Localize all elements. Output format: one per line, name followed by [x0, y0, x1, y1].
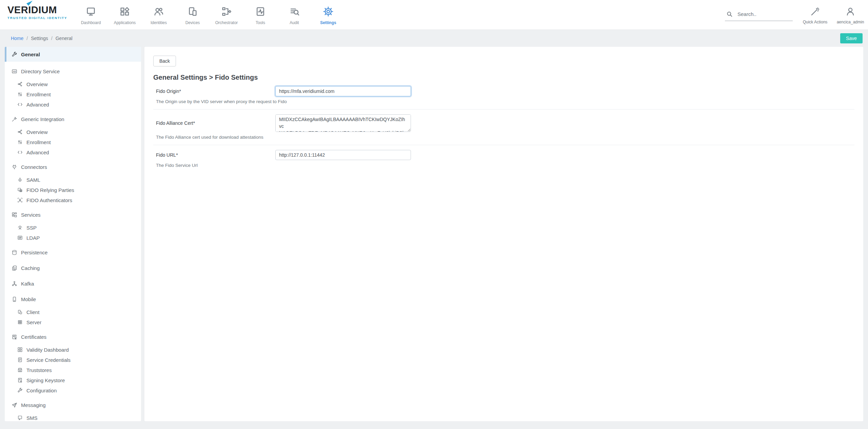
sidebar-item-caching[interactable]: Caching — [5, 262, 141, 274]
sidebar-item-connectors-saml[interactable]: SAML — [5, 175, 141, 185]
gear-icon — [323, 6, 333, 18]
breadcrumb-separator: / — [26, 36, 28, 41]
back-button[interactable]: Back — [153, 56, 176, 66]
fido-rp-icon — [17, 187, 23, 193]
wrench-icon — [17, 388, 23, 393]
nav-item-settings[interactable]: Settings — [311, 0, 345, 30]
sidebar-item-label: Directory Service — [21, 69, 60, 74]
sidebar-item-generic-integration-enrollment[interactable]: Enrollment — [5, 137, 141, 147]
sidebar-item-label: Messaging — [21, 402, 46, 408]
sidebar-item-label: Services — [21, 212, 41, 218]
fido-url-input[interactable] — [275, 150, 411, 160]
sidebar-item-generic-integration-overview[interactable]: Overview — [5, 127, 141, 137]
sidebar-item-mobile-server[interactable]: Server — [5, 317, 141, 327]
field-help-fido-origin: The Origin use by the VID server when pr… — [156, 99, 854, 104]
sidebar-group: CertificatesValidity DashboardService Cr… — [5, 331, 141, 395]
user-menu[interactable]: aencica_admin — [833, 0, 868, 30]
search-input[interactable] — [737, 11, 782, 17]
sidebar-item-certificates-service-credentials[interactable]: Service Credentials — [5, 355, 141, 365]
monitor-icon — [86, 6, 96, 18]
sidebar-item-messaging[interactable]: Messaging — [5, 399, 141, 411]
code-icon — [17, 102, 23, 107]
sidebar-item-directory-service-advanced[interactable]: Advanced — [5, 99, 141, 110]
field-help-fido-alliance-cert: The Fido Alliance cert used for download… — [156, 135, 854, 140]
sidebar-item-label: Service Credentials — [26, 357, 71, 363]
save-button[interactable]: Save — [840, 33, 863, 43]
sidebar-item-general[interactable]: General — [5, 47, 141, 62]
sliders-icon — [17, 139, 23, 145]
sidebar-item-mobile[interactable]: Mobile — [5, 293, 141, 305]
nav-item-applications[interactable]: Applications — [108, 0, 142, 30]
sidebar-item-certificates-truststores[interactable]: Truststores — [5, 365, 141, 375]
sidebar-item-persistence[interactable]: Persistence — [5, 246, 141, 258]
ad-icon: AD — [12, 69, 17, 74]
sidebar-item-certificates-configuration[interactable]: Configuration — [5, 385, 141, 395]
doc-lock-icon — [17, 377, 23, 383]
sidebar-item-label: Configuration — [26, 388, 57, 393]
phone-icon — [12, 296, 17, 302]
sidebar-item-connectors[interactable]: Connectors — [5, 161, 141, 173]
sidebar-subgroup: SSPLDAP — [5, 222, 141, 243]
sidebar-item-directory-service-overview[interactable]: Overview — [5, 79, 141, 89]
sidebar-group: MobileClientServer — [5, 293, 141, 327]
sliders-icon — [17, 92, 23, 97]
sidebar-item-label: Advanced — [26, 102, 49, 108]
sidebar-group: ServicesSSPLDAP — [5, 209, 141, 243]
sidebar-item-connectors-fido-relying-parties[interactable]: FIDO Relying Parties — [5, 185, 141, 195]
nav-item-orchestrator[interactable]: Orchestrator — [210, 0, 243, 30]
logo-tagline: TRUSTED DIGITAL IDENTITY — [7, 16, 74, 20]
shop-icon — [17, 367, 23, 373]
sidebar-subgroup: OverviewEnrollmentAdvanced — [5, 127, 141, 157]
fido-origin-input[interactable] — [275, 86, 411, 96]
settings-sidebar: GeneralADDirectory ServiceOverviewEnroll… — [5, 47, 141, 421]
copy-icon — [12, 265, 17, 271]
nodes-icon — [17, 129, 23, 135]
sidebar-item-certificates-validity-dashboard[interactable]: Validity Dashboard — [5, 345, 141, 355]
field-group-fido-url: Fido URL*The Fido Service Url — [153, 150, 854, 168]
sidebar-item-certificates-signing-keystore[interactable]: Signing Keystore — [5, 375, 141, 385]
search-icon — [726, 11, 733, 17]
sidebar-item-connectors-fido-authenticators[interactable]: FIDO Authenticators — [5, 195, 141, 205]
nav-item-identities[interactable]: Identities — [142, 0, 176, 30]
quick-actions-button[interactable]: Quick Actions — [797, 0, 833, 30]
sidebar-item-certificates[interactable]: Certificates — [5, 331, 141, 343]
logo-wordmark: VERIDIUM — [7, 5, 74, 15]
code-icon — [17, 150, 23, 155]
sidebar-item-directory-service-enrollment[interactable]: Enrollment — [5, 89, 141, 99]
client-icon — [17, 309, 23, 315]
sidebar-item-mobile-client[interactable]: Client — [5, 307, 141, 317]
breadcrumb-item-home[interactable]: Home — [11, 36, 23, 41]
sidebar-item-messaging-sms[interactable]: SMS — [5, 413, 141, 421]
field-group-fido-alliance-cert: Fido Alliance Cert*MIIDXzCCAkegAwIBAgILB… — [153, 114, 854, 140]
plug-tilt-icon — [12, 116, 17, 122]
veridium-logo[interactable]: VERIDIUM TRUSTED DIGITAL IDENTITY — [7, 5, 74, 30]
sidebar-item-services[interactable]: Services — [5, 209, 141, 221]
sidebar-item-services-ssp[interactable]: SSP — [5, 222, 141, 233]
nav-item-tools[interactable]: Tools — [243, 0, 277, 30]
sidebar-group: MessagingSMSEmail — [5, 399, 141, 421]
nodes-icon — [17, 81, 23, 87]
sidebar-group: General — [5, 47, 141, 62]
sidebar-item-services-ldap[interactable]: LDAP — [5, 233, 141, 243]
sidebar-item-kafka[interactable]: Kafka — [5, 277, 141, 290]
sidebar-item-label: Connectors — [21, 164, 47, 170]
nav-item-label: Applications — [114, 20, 136, 25]
svg-text:AD: AD — [13, 70, 16, 72]
fido-alliance-cert-input[interactable]: MIIDXzCCAkegAwIBAgILBAAAAAABIVhTCKIwDQYJ… — [275, 114, 411, 132]
sidebar-item-label: Enrollment — [26, 139, 51, 145]
field-label-fido-origin: Fido Origin* — [156, 89, 275, 94]
primary-nav: DashboardApplicationsIdentitiesDevicesOr… — [74, 0, 345, 30]
sidebar-item-label: Mobile — [21, 296, 36, 302]
sidebar-item-generic-integration[interactable]: Generic Integration — [5, 113, 141, 125]
sidebar-item-directory-service[interactable]: ADDirectory Service — [5, 65, 141, 77]
sidebar-item-label: Advanced — [26, 150, 49, 155]
nav-item-dashboard[interactable]: Dashboard — [74, 0, 108, 30]
sidebar-item-generic-integration-advanced[interactable]: Advanced — [5, 147, 141, 157]
sidebar-item-label: Signing Keystore — [26, 377, 65, 383]
field-divider — [153, 145, 854, 145]
nav-item-audit[interactable]: Audit — [277, 0, 311, 30]
nav-item-devices[interactable]: Devices — [176, 0, 210, 30]
people-icon — [154, 6, 164, 18]
field-label-fido-url: Fido URL* — [156, 152, 275, 158]
breadcrumb: Home/Settings/General — [11, 36, 73, 41]
